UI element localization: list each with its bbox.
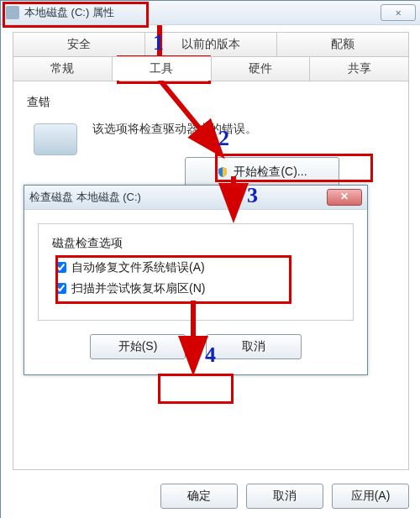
drive-icon (6, 6, 19, 19)
window-title: 本地磁盘 (C:) 属性 (24, 5, 381, 20)
tab-security[interactable]: 安全 (13, 32, 145, 56)
cancel-button[interactable]: 取消 (246, 484, 323, 509)
check-disk-buttons: 开始(S) 取消 (24, 334, 367, 374)
shield-icon (217, 166, 228, 178)
cancel-check-button[interactable]: 取消 (206, 334, 302, 359)
check-disk-title: 检查磁盘 本地磁盘 (C:) (29, 190, 327, 205)
group-title: 查错 (27, 95, 395, 110)
start-check-label: 开始检查(C)... (234, 165, 307, 180)
checkbox-scan-recover[interactable] (55, 283, 66, 294)
tabs: 安全 以前的版本 配额 常规 工具 硬件 共享 (1, 25, 420, 81)
tab-tools[interactable]: 工具 (113, 56, 212, 81)
tab-hardware[interactable]: 硬件 (212, 56, 311, 81)
dialog-footer: 确定 取消 应用(A) (160, 484, 409, 509)
option-auto-fix[interactable]: 自动修复文件系统错误(A) (52, 259, 339, 275)
check-disk-titlebar: 检查磁盘 本地磁盘 (C:) ✕ (24, 186, 367, 210)
titlebar: 本地磁盘 (C:) 属性 ⨉ (1, 1, 420, 25)
check-disk-body: 磁盘检查选项 自动修复文件系统错误(A) 扫描并尝试恢复坏扇区(N) (38, 223, 354, 321)
option-auto-fix-label: 自动修复文件系统错误(A) (71, 260, 205, 275)
tab-share[interactable]: 共享 (310, 56, 409, 81)
tab-quota[interactable]: 配额 (277, 32, 409, 56)
check-disk-close-button[interactable]: ✕ (327, 189, 362, 206)
tab-general[interactable]: 常规 (13, 56, 113, 81)
apply-button[interactable]: 应用(A) (332, 484, 409, 509)
start-check-button[interactable]: 开始检查(C)... (185, 157, 339, 187)
error-check-text: 该选项将检查驱动器中的错误。 开始检查(C)... (92, 122, 395, 187)
error-check-row: 该选项将检查驱动器中的错误。 开始检查(C)... (27, 117, 395, 187)
disk-check-icon (34, 123, 77, 155)
checkbox-auto-fix[interactable] (55, 262, 66, 273)
close-button[interactable]: ⨉ (381, 4, 416, 21)
option-scan-recover[interactable]: 扫描并尝试恢复坏扇区(N) (52, 280, 339, 296)
error-check-desc: 该选项将检查驱动器中的错误。 (92, 122, 395, 137)
tab-previous-versions[interactable]: 以前的版本 (145, 32, 277, 56)
option-scan-recover-label: 扫描并尝试恢复坏扇区(N) (71, 281, 205, 296)
start-button[interactable]: 开始(S) (90, 334, 186, 359)
check-disk-dialog: 检查磁盘 本地磁盘 (C:) ✕ 磁盘检查选项 自动修复文件系统错误(A) 扫描… (24, 185, 368, 375)
ok-button[interactable]: 确定 (160, 484, 238, 509)
check-disk-section-title: 磁盘检查选项 (52, 236, 339, 251)
